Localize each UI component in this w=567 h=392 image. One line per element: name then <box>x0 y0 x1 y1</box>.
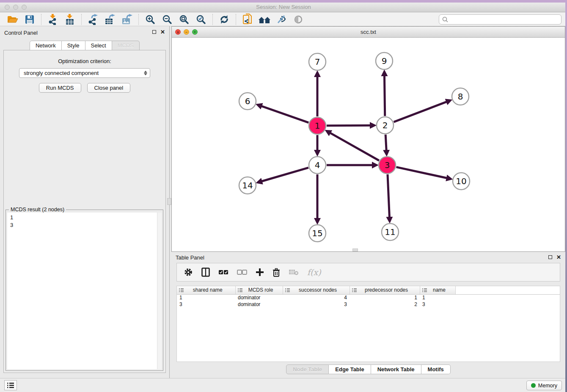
network-close-button[interactable]: x <box>175 29 181 35</box>
desktop-edge-right <box>565 0 567 392</box>
table-cell: 3 <box>420 301 455 308</box>
panel-divider-handle[interactable] <box>167 198 171 205</box>
close-window-button[interactable] <box>5 5 10 10</box>
table-cell: 4 <box>283 294 350 301</box>
result-scrollbar[interactable] <box>157 213 162 369</box>
sort-column-icon[interactable] <box>352 288 357 293</box>
graph-edge-2-8[interactable] <box>394 102 447 122</box>
graph-edge-3-10[interactable] <box>396 167 447 178</box>
graph-edge-2-9[interactable] <box>384 75 385 116</box>
criterion-select[interactable]: strongly connected component <box>19 68 150 78</box>
import-table-button[interactable] <box>63 14 76 25</box>
task-history-button[interactable] <box>4 380 17 390</box>
list-icon <box>7 382 14 388</box>
sort-column-icon[interactable] <box>285 288 290 293</box>
tab-style[interactable]: Style <box>62 41 85 50</box>
sort-column-icon[interactable] <box>238 288 242 293</box>
memory-status-icon <box>531 383 536 388</box>
apply-function-button[interactable]: f(x) <box>307 267 321 278</box>
deselect-all-button[interactable] <box>237 267 247 278</box>
zoom-selected-button[interactable] <box>195 14 207 25</box>
graph-node-label: 10 <box>456 176 466 186</box>
graph-node-label: 8 <box>458 91 463 102</box>
sort-column-icon[interactable] <box>179 288 184 293</box>
table-toolbar: f(x) <box>176 263 560 282</box>
float-table-panel-icon[interactable] <box>548 255 552 259</box>
zoom-out-icon <box>162 14 172 25</box>
table-tabs: Node Table Edge Table Network Table Moti… <box>171 364 565 374</box>
search-input[interactable] <box>449 15 561 24</box>
open-session-button[interactable] <box>6 14 19 25</box>
column-header[interactable]: MCDS role <box>235 286 283 294</box>
table-cell: 1 <box>420 294 455 301</box>
memory-button[interactable]: Memory <box>526 381 562 390</box>
tab-motifs[interactable]: Motifs <box>421 364 451 374</box>
clone-network-button[interactable] <box>241 14 254 25</box>
criterion-select-value: strongly connected component <box>24 70 144 76</box>
graph-node-label: 2 <box>383 120 388 130</box>
refresh-layout-button[interactable] <box>218 14 231 25</box>
mcds-result-groupbox: MCDS result (2 nodes) 13 <box>6 210 163 371</box>
show-all-button[interactable] <box>292 14 305 25</box>
float-panel-icon[interactable] <box>152 30 156 34</box>
close-table-panel-icon[interactable]: ✕ <box>556 255 561 259</box>
close-panel-icon[interactable]: ✕ <box>160 30 165 34</box>
tab-network[interactable]: Network <box>30 41 62 50</box>
graph-edge-3-11[interactable] <box>388 174 390 218</box>
add-column-button[interactable] <box>256 267 264 278</box>
search-icon <box>442 16 449 23</box>
network-canvas[interactable]: 7968124314101511 <box>172 38 565 251</box>
delete-column-button[interactable] <box>272 267 280 278</box>
tab-mcds[interactable]: MCDS <box>112 41 140 50</box>
table-row[interactable]: 1dominator411 <box>177 294 560 301</box>
graph-node-label: 9 <box>382 56 387 66</box>
graph-edge-1-2[interactable] <box>327 125 371 126</box>
graph-edge-1-6[interactable] <box>261 106 308 122</box>
graph-node-label: 1 <box>315 121 320 131</box>
graph-node-label: 7 <box>315 57 320 67</box>
maximize-window-button[interactable] <box>22 5 27 10</box>
zoom-out-button[interactable] <box>161 14 173 25</box>
tab-edge-table[interactable]: Edge Table <box>329 364 371 374</box>
graph-edge-2-3[interactable] <box>385 135 386 151</box>
application-window: Session: New Session <box>0 0 567 392</box>
table-settings-button[interactable] <box>184 267 193 278</box>
tab-select[interactable]: Select <box>85 41 112 50</box>
toolbar-separator <box>41 14 41 25</box>
tab-node-table[interactable]: Node Table <box>286 364 329 374</box>
show-columns-button[interactable] <box>201 267 210 278</box>
column-header[interactable]: predecessor nodes <box>350 286 420 294</box>
graph-edge-4-14[interactable] <box>261 168 308 181</box>
export-network-icon <box>88 14 99 25</box>
zoom-in-button[interactable] <box>144 14 157 25</box>
select-all-button[interactable] <box>218 267 228 278</box>
column-header[interactable]: name <box>420 286 455 294</box>
network-maximize-button[interactable]: + <box>192 29 198 35</box>
zoom-fit-button[interactable] <box>178 14 190 25</box>
run-mcds-button[interactable]: Run MCDS <box>39 83 81 93</box>
column-header-label: successor nodes <box>292 287 350 293</box>
graph-edge-3-1[interactable] <box>330 133 379 161</box>
column-header[interactable]: successor nodes <box>283 286 350 294</box>
export-network-button[interactable] <box>87 14 99 25</box>
network-window-titlebar: x − + scc.txt <box>172 27 565 38</box>
close-panel-button[interactable]: Close panel <box>87 83 131 93</box>
delete-table-button[interactable] <box>289 267 299 278</box>
first-neighbors-button[interactable] <box>258 14 271 25</box>
column-header[interactable]: shared name <box>177 286 235 294</box>
table-cell: 2 <box>350 301 420 308</box>
column-header-label: shared name <box>186 287 235 293</box>
mcds-result-line: 3 <box>10 221 162 229</box>
save-session-button[interactable] <box>23 14 36 25</box>
hide-selected-button[interactable] <box>275 14 288 25</box>
horizontal-divider-handle[interactable] <box>352 248 358 251</box>
export-table-button[interactable] <box>104 14 116 25</box>
network-minimize-button[interactable]: − <box>184 29 189 35</box>
graph-node-label: 14 <box>242 180 253 190</box>
import-network-button[interactable] <box>47 14 59 25</box>
table-row[interactable]: 3dominator323 <box>177 301 560 308</box>
sort-column-icon[interactable] <box>422 288 427 293</box>
tab-network-table[interactable]: Network Table <box>371 364 421 374</box>
minimize-window-button[interactable] <box>13 5 18 10</box>
export-image-button[interactable] <box>121 14 133 25</box>
